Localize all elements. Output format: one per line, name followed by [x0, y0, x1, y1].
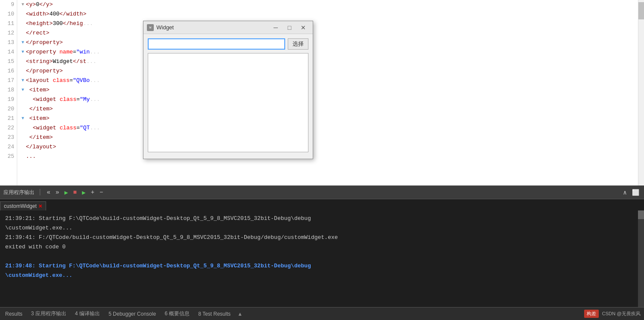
code-line-16: </property>	[22, 66, 638, 76]
console-line-5	[5, 252, 633, 261]
csdn-text: CSDN @无畏疾风	[602, 311, 641, 317]
bottom-tab-general[interactable]: 6 概要信息	[163, 309, 191, 318]
toolbar-icon-stop[interactable]: ■	[72, 188, 78, 197]
app-output-bar: 应用程序输出 | « » ▶ ■ ▶ + − ∧ ⬜	[0, 185, 644, 199]
toolbar-icon-add[interactable]: +	[90, 188, 96, 197]
line-numbers: 9 10 11 12 13 14 15 16 17 18 19 20 21 22…	[0, 0, 17, 185]
console-line-4: exited with code 0	[5, 242, 633, 252]
expand-arrow-icon[interactable]: ▲	[237, 311, 243, 317]
bottom-right: 构差 CSDN @无畏疾风	[584, 310, 641, 318]
code-line-22: <widget class="QT...	[22, 123, 638, 133]
tab-label: customWidget	[4, 203, 37, 209]
console-area: 21:39:21: Starting F:\QTCode\build-custo…	[0, 210, 638, 307]
code-line-14: ▼ <property name="win...	[22, 47, 638, 57]
code-line-13: ▼ </property>	[22, 38, 638, 47]
code-line-25: ...	[22, 152, 638, 161]
code-line-12: </rect>	[22, 28, 638, 38]
console-line-6: 21:39:48: Starting F:\QTCode\build-custo…	[5, 261, 633, 271]
console-tab-customwidget[interactable]: customWidget ✕	[0, 201, 46, 210]
code-line-10: <width>400</width>	[22, 9, 638, 19]
bottom-tab-output[interactable]: 3 应用程序输出	[29, 309, 68, 318]
bottom-bar: Results 3 应用程序输出 4 编译输出 5 Debugger Conso…	[0, 307, 644, 320]
editor-scrollbar[interactable]	[638, 0, 644, 185]
code-line-15: <string>Widget</st...	[22, 57, 638, 66]
bottom-tab-compile[interactable]: 4 编译输出	[73, 309, 102, 318]
code-line-24: </layout>	[22, 142, 638, 152]
toolbar-icon-prev[interactable]: «	[46, 188, 52, 197]
console-scrollbar[interactable]	[638, 210, 644, 307]
bottom-tab-results[interactable]: Results	[3, 310, 24, 318]
console-line-1: 21:39:21: Starting F:\QTCode\build-custo…	[5, 214, 633, 223]
widget-title: Widget	[156, 24, 267, 31]
toolbar-icon-next[interactable]: »	[54, 188, 60, 197]
code-line-19: <widget class="My... true"/>	[22, 95, 638, 104]
code-line-18: ▼ <item>	[22, 85, 638, 95]
widget-maximize-button[interactable]: □	[283, 23, 296, 32]
app-output-label: 应用程序输出	[3, 189, 34, 196]
widget-window: W Widget ─ □ ✕ 选择	[143, 21, 313, 159]
bottom-tab-debugger[interactable]: 5 Debugger Console	[107, 310, 158, 318]
tab-area: customWidget ✕	[0, 199, 46, 210]
code-line-17: ▼ <layout class="QVBo...	[22, 76, 638, 85]
widget-minimize-button[interactable]: ─	[270, 23, 282, 32]
widget-text-area[interactable]	[148, 53, 308, 152]
console-line-3: 21:39:41: F:/QTCode/build-customWidget-D…	[5, 233, 633, 242]
console-scrollbar-thumb	[638, 210, 644, 219]
widget-titlebar[interactable]: W Widget ─ □ ✕	[143, 21, 313, 34]
widget-select-button[interactable]: 选择	[288, 38, 308, 50]
code-line-9: ▼ <y>0</y>	[22, 0, 638, 9]
toolbar-icon-run[interactable]: ▶	[81, 188, 87, 197]
toolbar-icon-expand[interactable]: ⬜	[631, 188, 641, 197]
code-line-23: </item>	[22, 133, 638, 142]
csdn-badge: 构差	[584, 310, 599, 318]
editor-area: 9 10 11 12 13 14 15 16 17 18 19 20 21 22…	[0, 0, 644, 185]
widget-controls: ─ □ ✕	[270, 23, 309, 32]
code-content: ▼ <y>0</y> <width>400</width> <height>30…	[17, 0, 638, 185]
widget-text-input[interactable]	[148, 38, 285, 50]
scrollbar-thumb	[638, 2, 644, 19]
widget-body: 选择	[143, 34, 313, 159]
toolbar-icon-play[interactable]: ▶	[63, 188, 69, 197]
console-line-7: \customWidget.exe...	[5, 271, 633, 280]
widget-input-row: 选择	[148, 38, 308, 50]
tab-close-icon[interactable]: ✕	[38, 204, 42, 209]
code-line-20: </item>	[22, 104, 638, 114]
toolbar-icon-remove[interactable]: −	[98, 188, 104, 197]
code-line-11: <height>300</heig...	[22, 19, 638, 28]
widget-close-button[interactable]: ✕	[297, 23, 309, 32]
widget-app-icon: W	[147, 24, 154, 31]
code-line-21: ▼ <item>	[22, 114, 638, 123]
bottom-tab-tests[interactable]: 8 Test Results	[196, 310, 232, 318]
console-line-2: \customWidget.exe...	[5, 223, 633, 233]
toolbar-icon-collapse[interactable]: ∧	[622, 188, 628, 197]
